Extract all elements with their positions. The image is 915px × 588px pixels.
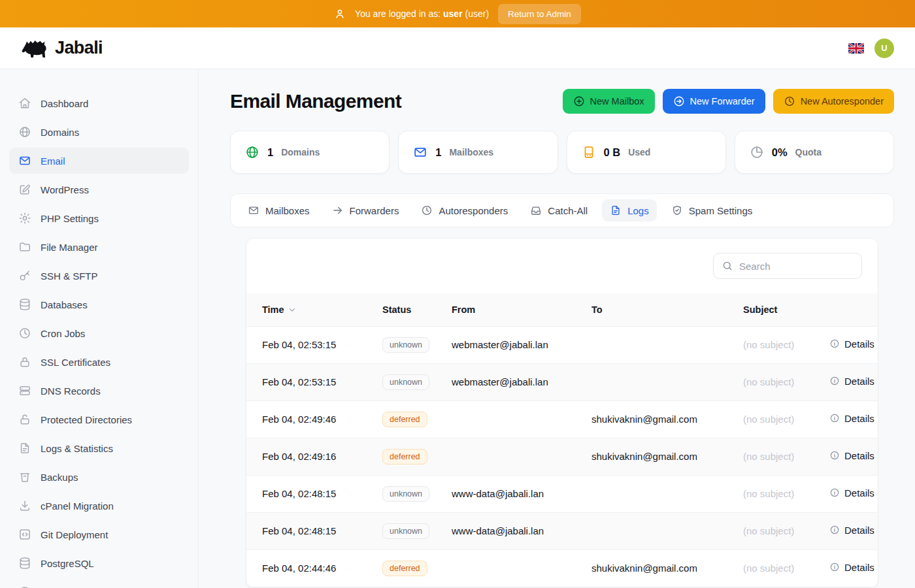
stat-card-quota: 0%Quota <box>735 131 894 174</box>
tab-logs[interactable]: Logs <box>602 199 657 221</box>
log-details-cell: Details <box>822 549 878 587</box>
archive-icon <box>18 470 31 483</box>
new-autoresponder-button[interactable]: New Autoresponder <box>773 89 894 114</box>
column-label: Time <box>262 304 284 315</box>
return-to-admin-button[interactable]: Return to Admin <box>498 4 581 24</box>
language-flag-icon[interactable] <box>848 43 864 54</box>
tab-label: Spam Settings <box>689 205 753 216</box>
log-status-cell: unknown <box>374 363 444 400</box>
new-forwarder-button[interactable]: New Forwarder <box>663 89 765 114</box>
clock-icon <box>18 327 31 340</box>
log-row: Feb 04, 02:49:46deferredshukivaknin@gmai… <box>246 400 878 438</box>
sidebar-item-wordpress[interactable]: WordPress <box>9 176 189 203</box>
server-icon <box>18 384 31 397</box>
tab-mailboxes[interactable]: Mailboxes <box>240 199 318 221</box>
tab-catch-all[interactable]: Catch-All <box>522 199 595 221</box>
tab-label: Catch-All <box>548 205 588 216</box>
stat-value: 0 B <box>604 146 621 159</box>
shield-check-icon <box>671 204 683 216</box>
logs-card: TimeStatusFromToSubject Feb 04, 02:53:15… <box>246 238 878 588</box>
sidebar-item-more[interactable] <box>9 579 189 588</box>
details-link[interactable]: Details <box>829 525 874 536</box>
log-row: Feb 04, 02:49:16deferredshukivaknin@gmai… <box>246 438 878 475</box>
sidebar-item-label: Domains <box>41 127 79 138</box>
file-text-icon <box>18 442 31 455</box>
key-icon <box>18 269 31 282</box>
sidebar-item-dns-records[interactable]: DNS Records <box>9 378 189 404</box>
sidebar-item-git-deployment[interactable]: Git Deployment <box>9 521 189 547</box>
search-icon <box>722 260 733 272</box>
tab-spam-settings[interactable]: Spam Settings <box>663 199 761 221</box>
app-header: Jabali U <box>0 27 915 69</box>
log-subject: (no subject) <box>735 438 822 475</box>
search-input[interactable] <box>739 261 854 272</box>
info-icon <box>829 376 840 386</box>
sidebar-item-protected-directories[interactable]: Protected Directories <box>9 406 189 433</box>
log-row: Feb 04, 02:53:15unknownwebmaster@jabali.… <box>246 363 878 400</box>
admin-impersonation-bar: You are logged in as: user (user) Return… <box>0 0 915 27</box>
email-tabs: MailboxesForwardersAutorespondersCatch-A… <box>230 193 894 227</box>
sidebar-item-label: Git Deployment <box>41 529 108 540</box>
sidebar-item-domains[interactable]: Domains <box>9 119 189 145</box>
details-link[interactable]: Details <box>829 562 874 573</box>
search-box <box>713 253 862 279</box>
log-details-cell: Details <box>822 512 878 549</box>
sidebar-item-ssh-sftp[interactable]: SSH & SFTP <box>9 263 189 289</box>
sidebar-item-cron-jobs[interactable]: Cron Jobs <box>9 320 189 346</box>
info-icon <box>829 525 840 535</box>
brand[interactable]: Jabali <box>21 37 103 59</box>
sidebar-item-label: PostgreSQL <box>41 558 94 569</box>
tab-forwarders[interactable]: Forwarders <box>324 199 407 221</box>
details-link[interactable]: Details <box>829 487 874 498</box>
folder-icon <box>18 240 31 253</box>
sidebar-item-label: PHP Settings <box>41 213 99 224</box>
column-header-to: To <box>584 293 735 326</box>
pie-icon <box>750 145 764 159</box>
log-details-cell: Details <box>822 438 878 475</box>
download-icon <box>18 499 31 512</box>
tab-autoresponders[interactable]: Autoresponders <box>413 199 516 221</box>
button-label: New Forwarder <box>690 96 755 106</box>
stat-value: 0% <box>772 146 788 159</box>
info-icon <box>829 562 840 572</box>
details-link[interactable]: Details <box>829 413 874 424</box>
code-icon <box>18 528 31 541</box>
sidebar-item-file-manager[interactable]: File Manager <box>9 234 189 260</box>
sidebar-item-postgresql[interactable]: PostgreSQL <box>9 550 189 576</box>
stat-value: 1 <box>435 146 441 159</box>
user-icon <box>334 8 346 20</box>
log-from <box>444 438 584 475</box>
user-avatar[interactable]: U <box>874 39 894 58</box>
sidebar-item-cpanel-migration[interactable]: cPanel Migration <box>9 493 189 519</box>
details-label: Details <box>844 450 874 461</box>
sidebar-item-label: File Manager <box>41 242 98 253</box>
details-link[interactable]: Details <box>829 338 874 350</box>
sidebar-item-backups[interactable]: Backups <box>9 464 189 490</box>
stat-value: 1 <box>267 146 273 159</box>
status-badge: unknown <box>382 486 429 502</box>
log-time: Feb 04, 02:49:16 <box>246 438 374 475</box>
globe-icon <box>245 145 259 159</box>
details-link[interactable]: Details <box>829 376 874 387</box>
sort-by-time[interactable]: Time <box>262 304 297 315</box>
tab-label: Logs <box>627 205 649 216</box>
log-from <box>444 400 584 438</box>
sidebar-item-databases[interactable]: Databases <box>9 291 189 318</box>
details-link[interactable]: Details <box>829 450 874 461</box>
log-status-cell: deferred <box>374 438 444 475</box>
log-row: Feb 04, 02:48:15unknownwww-data@jabali.l… <box>246 475 878 512</box>
sidebar-item-dashboard[interactable]: Dashboard <box>9 90 189 116</box>
sidebar-item-php-settings[interactable]: PHP Settings <box>9 205 189 231</box>
tab-label: Forwarders <box>350 205 399 216</box>
sidebar-item-ssl-certificates[interactable]: SSL Certificates <box>9 349 189 375</box>
home-icon <box>18 97 31 110</box>
sidebar-item-logs-statistics[interactable]: Logs & Statistics <box>9 435 189 461</box>
chevron-down-icon <box>288 305 297 314</box>
log-status-cell: unknown <box>374 512 444 549</box>
impersonation-role: (user) <box>465 8 490 19</box>
log-from <box>444 549 584 587</box>
tab-label: Mailboxes <box>265 205 310 216</box>
log-subject: (no subject) <box>735 400 822 438</box>
sidebar-item-email[interactable]: Email <box>9 148 189 174</box>
new-mailbox-button[interactable]: New Mailbox <box>563 89 655 114</box>
